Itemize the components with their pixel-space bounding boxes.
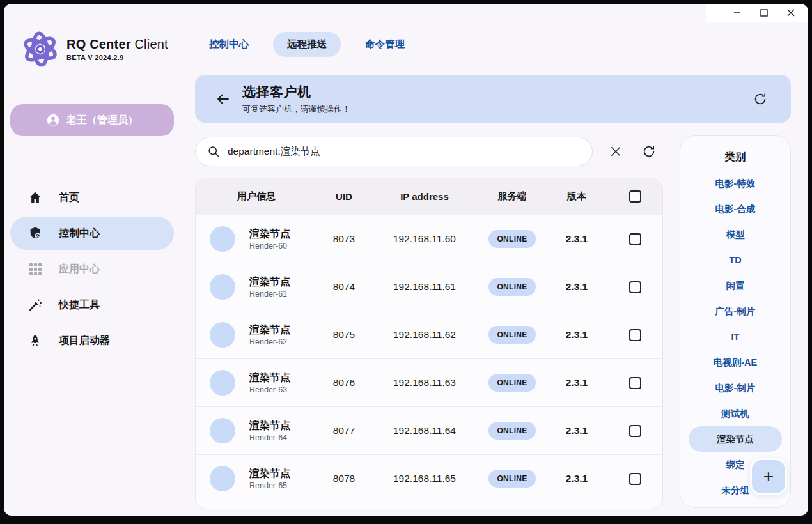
table-header: 用户信息 UID IP address 服务端 版本: [196, 178, 662, 215]
table-row[interactable]: 渲染节点Render-62 8075 192.168.11.62 ONLINE …: [196, 311, 662, 358]
app-title-block: RQ Center Client BETA V 2024.2.9: [66, 37, 168, 61]
clear-search-button[interactable]: [604, 140, 627, 163]
row-checkbox[interactable]: [629, 377, 641, 389]
client-hostname: Render-61: [249, 289, 290, 298]
client-hostname: Render-62: [249, 337, 290, 346]
category-item[interactable]: 模型: [689, 222, 782, 247]
client-hostname: Render-60: [249, 242, 290, 250]
avatar: [210, 226, 235, 252]
user-badge[interactable]: 老王（管理员）: [10, 104, 174, 136]
refresh-icon: [753, 92, 767, 106]
maximize-button[interactable]: [753, 5, 775, 20]
sidebar-item-label: 项目启动器: [59, 334, 110, 348]
table-row[interactable]: 渲染节点Render-64 8077 192.168.11.64 ONLINE …: [196, 406, 662, 454]
app-title-bold: RQ Center: [66, 37, 131, 51]
header-uid: UID: [312, 178, 376, 215]
magic-wand-icon: [28, 298, 42, 312]
row-checkbox[interactable]: [629, 425, 641, 437]
category-item[interactable]: 测试机: [689, 401, 782, 426]
sidebar-item-home[interactable]: 首页: [10, 181, 174, 214]
back-button[interactable]: [210, 86, 236, 112]
close-button[interactable]: [780, 5, 802, 20]
category-item[interactable]: 电影-特效: [689, 171, 782, 196]
plus-icon: +: [763, 466, 774, 487]
category-item[interactable]: 广告-制片: [689, 298, 782, 324]
category-item[interactable]: 电影-合成: [689, 196, 782, 222]
client-version: 2.3.1: [551, 215, 602, 263]
user-icon: [46, 113, 60, 127]
shield-person-icon: [28, 226, 42, 240]
category-item[interactable]: TD: [689, 247, 782, 273]
sidebar-item-label: 快捷工具: [59, 298, 100, 312]
app-title-regular: Client: [131, 37, 168, 51]
app-window: RQ Center Client BETA V 2024.2.9 老王（管理员）: [4, 4, 808, 516]
table-row[interactable]: 渲染节点Render-63 8076 192.168.11.63 ONLINE …: [196, 358, 662, 406]
row-checkbox[interactable]: [629, 281, 641, 293]
sidebar-nav: 首页 控制中心: [10, 181, 174, 360]
minimize-button[interactable]: [726, 5, 748, 20]
clear-x-icon: [609, 145, 622, 158]
client-uid: 8073: [312, 215, 376, 263]
table-row[interactable]: 渲染节点Render-65 8078 192.168.11.65 ONLINE …: [196, 454, 662, 502]
sidebar-item-app-center[interactable]: 应用中心: [10, 252, 174, 286]
client-ip: 192.168.11.60: [380, 215, 469, 263]
client-version: 2.3.1: [551, 407, 602, 454]
client-ip: 192.168.11.65: [380, 455, 469, 502]
home-icon: [28, 190, 42, 204]
avatar: [210, 370, 235, 396]
client-hostname: Render-65: [249, 481, 290, 490]
category-item-selected[interactable]: 渲染节点: [689, 426, 782, 452]
sidebar-item-quick-tools[interactable]: 快捷工具: [10, 288, 174, 321]
row-checkbox[interactable]: [629, 233, 641, 245]
sidebar-item-control-center[interactable]: 控制中心: [10, 217, 174, 250]
category-item[interactable]: 电影-制片: [689, 375, 782, 401]
client-version: 2.3.1: [551, 359, 602, 406]
category-item[interactable]: 电视剧-AE: [689, 350, 782, 375]
select-all-checkbox[interactable]: [629, 190, 641, 203]
user-name-label: 老王（管理员）: [66, 114, 138, 127]
tab-remote-push[interactable]: 远程推送: [273, 32, 341, 57]
status-badge: ONLINE: [488, 470, 535, 488]
window-controls: [706, 4, 808, 22]
table-row[interactable]: 渲染节点Render-60 8073 192.168.11.60 ONLINE …: [196, 215, 662, 263]
client-version: 2.3.1: [551, 311, 602, 358]
table-row[interactable]: 渲染节点Render-61 8074 192.168.11.61 ONLINE …: [196, 263, 662, 311]
avatar: [210, 418, 235, 443]
status-badge: ONLINE: [488, 230, 535, 248]
sidebar-item-project-launcher[interactable]: 项目启动器: [10, 324, 174, 357]
banner-refresh-button[interactable]: [749, 88, 772, 111]
client-name: 渲染节点: [249, 419, 290, 431]
top-tabs: 控制中心 远程推送 命令管理: [195, 32, 419, 56]
atom-logo-icon: [20, 29, 60, 69]
search-box: [195, 137, 593, 166]
back-arrow-icon: [215, 91, 231, 107]
client-ip: 192.168.11.61: [380, 263, 469, 311]
rocket-icon: [28, 334, 42, 348]
avatar: [210, 466, 235, 491]
search-refresh-button[interactable]: [637, 140, 660, 163]
categories-panel: 类别 电影-特效 电影-合成 模型 TD 闲置 广告-制片 IT 电视剧-AE …: [680, 135, 791, 508]
client-uid: 8074: [312, 263, 376, 311]
client-table: 用户信息 UID IP address 服务端 版本 渲染节点Render-60…: [195, 178, 663, 509]
row-checkbox[interactable]: [629, 329, 641, 341]
client-name: 渲染节点: [249, 323, 290, 335]
row-checkbox[interactable]: [629, 473, 641, 485]
add-category-fab[interactable]: +: [750, 458, 787, 495]
search-input[interactable]: [228, 146, 582, 157]
minimize-icon: [733, 8, 742, 17]
client-name: 渲染节点: [249, 227, 290, 240]
page-title: 选择客户机: [242, 83, 749, 101]
header-user-info: 用户信息: [221, 178, 292, 215]
sidebar-item-label: 控制中心: [59, 227, 100, 240]
category-item[interactable]: IT: [689, 324, 782, 350]
tab-command-management[interactable]: 命令管理: [351, 32, 419, 57]
category-item[interactable]: 闲置: [689, 273, 782, 298]
tab-control-center[interactable]: 控制中心: [195, 32, 263, 57]
client-hostname: Render-63: [249, 385, 290, 394]
refresh-icon: [642, 144, 656, 158]
client-version: 2.3.1: [551, 455, 602, 502]
avatar: [210, 322, 235, 348]
client-version: 2.3.1: [551, 263, 602, 311]
app-logo: RQ Center Client BETA V 2024.2.9: [20, 29, 168, 69]
avatar: [210, 274, 235, 300]
